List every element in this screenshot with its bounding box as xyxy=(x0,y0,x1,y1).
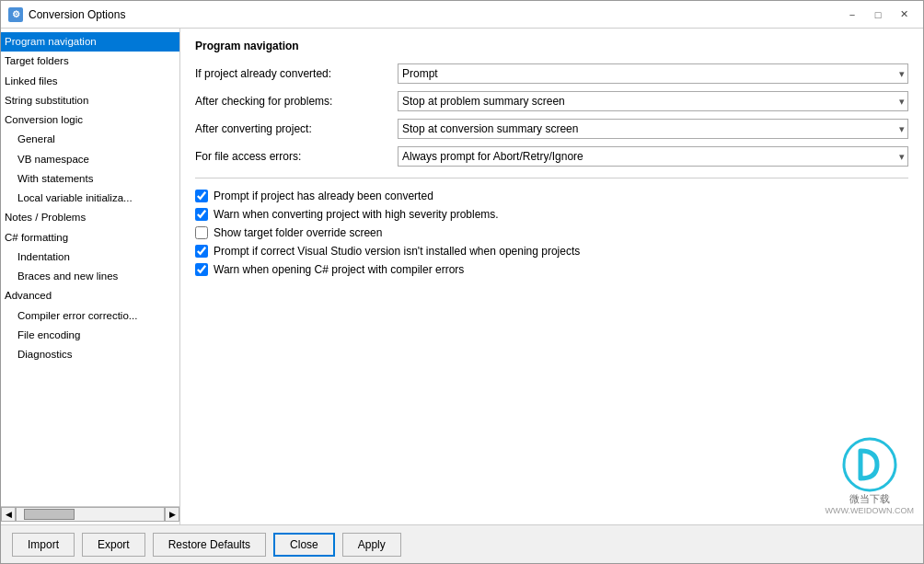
sidebar-item-8[interactable]: Local variable initializa... xyxy=(1,189,179,208)
separator xyxy=(195,178,908,178)
select-1[interactable]: Stop at problem summary screenContinuePr… xyxy=(398,91,908,111)
checkbox-row-3: Prompt if correct Visual Studio version … xyxy=(195,245,908,258)
sidebar-item-12[interactable]: Braces and new lines xyxy=(1,267,179,286)
checkbox-3[interactable] xyxy=(195,245,208,258)
scroll-thumb xyxy=(24,509,75,520)
sidebar-item-15[interactable]: File encoding xyxy=(1,326,179,345)
window-title: Conversion Options xyxy=(29,8,125,21)
select-2[interactable]: Stop at conversion summary screenContinu… xyxy=(398,119,908,139)
minimize-button[interactable]: − xyxy=(840,5,864,25)
form-label-1: After checking for problems: xyxy=(195,95,398,108)
checkbox-row-4: Warn when opening C# project with compil… xyxy=(195,263,908,276)
footer: ImportExportRestore DefaultsCloseApply xyxy=(1,524,923,563)
sidebar-item-10[interactable]: C# formatting xyxy=(1,228,179,247)
checkbox-row-0: Prompt if project has already been conve… xyxy=(195,190,908,202)
select-3[interactable]: Always prompt for Abort/Retry/IgnoreAbor… xyxy=(398,146,908,167)
sidebar-item-1[interactable]: Target folders xyxy=(1,52,179,71)
sidebar-item-13[interactable]: Advanced xyxy=(1,286,179,305)
checkbox-row-1: Warn when converting project with high s… xyxy=(195,208,908,221)
footer-btn-apply[interactable]: Apply xyxy=(342,533,401,557)
select-wrapper-3: Always prompt for Abort/Retry/IgnoreAbor… xyxy=(398,146,908,167)
checkbox-label-3: Prompt if correct Visual Studio version … xyxy=(214,245,580,258)
title-controls: − □ ✕ xyxy=(840,5,916,25)
select-wrapper-0: PromptConvert anywaySkip xyxy=(398,63,908,84)
section-title: Program navigation xyxy=(195,40,908,52)
maximize-button[interactable]: □ xyxy=(866,5,890,25)
checkbox-label-0: Prompt if project has already been conve… xyxy=(214,190,433,202)
scroll-right-arrow[interactable]: ▶ xyxy=(165,507,179,522)
scroll-left-arrow[interactable]: ◀ xyxy=(1,507,16,522)
sidebar-item-3[interactable]: String substitution xyxy=(1,91,179,110)
scroll-track[interactable] xyxy=(16,507,165,522)
sidebar-item-4[interactable]: Conversion logic xyxy=(1,110,179,130)
select-wrapper-1: Stop at problem summary screenContinuePr… xyxy=(398,91,908,111)
footer-btn-close[interactable]: Close xyxy=(273,533,335,557)
form-label-0: If project already converted: xyxy=(195,67,398,80)
watermark: 微当下载 WWW.WEIDOWN.COM xyxy=(826,437,914,515)
watermark-url: WWW.WEIDOWN.COM xyxy=(826,506,914,515)
footer-btn-export[interactable]: Export xyxy=(82,533,145,557)
form-row-0: If project already converted:PromptConve… xyxy=(195,63,908,84)
app-icon: ⚙ xyxy=(8,7,23,22)
form-row-2: After converting project:Stop at convers… xyxy=(195,119,908,139)
footer-btn-restore-defaults[interactable]: Restore Defaults xyxy=(153,533,266,557)
sidebar-item-6[interactable]: VB namespace xyxy=(1,150,179,169)
form-label-3: For file access errors: xyxy=(195,150,398,163)
select-0[interactable]: PromptConvert anywaySkip xyxy=(398,63,908,84)
checkbox-label-1: Warn when converting project with high s… xyxy=(214,208,499,221)
title-bar: ⚙ Conversion Options − □ ✕ xyxy=(1,1,923,29)
sidebar-item-7[interactable]: With statements xyxy=(1,169,179,189)
watermark-logo-icon xyxy=(842,437,897,492)
footer-btn-import[interactable]: Import xyxy=(12,533,75,557)
sidebar-item-0[interactable]: Program navigation xyxy=(1,32,179,52)
checkbox-label-4: Warn when opening C# project with compil… xyxy=(214,263,464,276)
select-wrapper-2: Stop at conversion summary screenContinu… xyxy=(398,119,908,139)
checkbox-2[interactable] xyxy=(195,226,208,239)
main-panel: Program navigation If project already co… xyxy=(180,29,923,524)
watermark-text: 微当下载 xyxy=(849,492,890,506)
sidebar-scrollbar: ◀ ▶ xyxy=(1,506,179,521)
sidebar-item-11[interactable]: Indentation xyxy=(1,247,179,267)
sidebar-item-14[interactable]: Compiler error correctio... xyxy=(1,306,179,326)
form-label-2: After converting project: xyxy=(195,122,398,135)
checkbox-0[interactable] xyxy=(195,190,208,202)
sidebar-item-16[interactable]: Diagnostics xyxy=(1,345,179,364)
title-bar-left: ⚙ Conversion Options xyxy=(8,7,125,22)
checkbox-4[interactable] xyxy=(195,263,208,276)
content-area: Program navigationTarget foldersLinked f… xyxy=(1,29,923,524)
checkbox-1[interactable] xyxy=(195,208,208,221)
close-window-button[interactable]: ✕ xyxy=(892,5,916,25)
form-row-3: For file access errors:Always prompt for… xyxy=(195,146,908,167)
checkbox-row-2: Show target folder override screen xyxy=(195,226,908,239)
sidebar-item-9[interactable]: Notes / Problems xyxy=(1,208,179,227)
main-window: ⚙ Conversion Options − □ ✕ Program navig… xyxy=(0,0,924,564)
sidebar-item-2[interactable]: Linked files xyxy=(1,72,179,91)
form-row-1: After checking for problems:Stop at prob… xyxy=(195,91,908,111)
sidebar-item-5[interactable]: General xyxy=(1,130,179,149)
sidebar: Program navigationTarget foldersLinked f… xyxy=(1,29,180,524)
svg-point-0 xyxy=(844,439,895,490)
checkbox-label-2: Show target folder override screen xyxy=(214,226,382,239)
